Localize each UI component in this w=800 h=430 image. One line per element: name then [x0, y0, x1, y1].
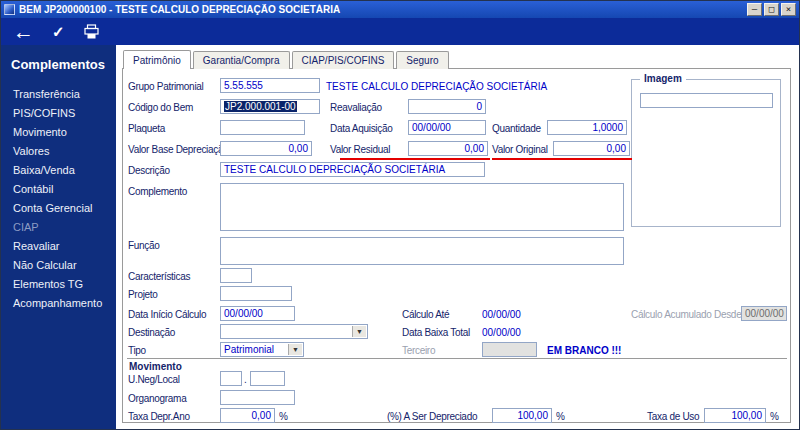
sidebar-item-baixa-venda[interactable]: Baixa/Venda: [1, 161, 116, 180]
data-inicio-calculo-label: Data Início Cálculo: [128, 309, 206, 320]
projeto-label: Projeto: [128, 289, 158, 300]
valor-original-label: Valor Original: [492, 144, 548, 155]
print-button[interactable]: [83, 24, 100, 40]
valor-residual-underline: [340, 158, 490, 160]
chevron-down-icon: ▼: [288, 344, 302, 355]
quantidade-field[interactable]: 1,0000: [547, 120, 627, 135]
imagem-label: Imagem: [640, 73, 686, 84]
data-baixa-total-label: Data Baixa Total: [402, 327, 470, 338]
caracteristicas-field[interactable]: [220, 268, 252, 283]
u-neg-field[interactable]: [220, 371, 242, 386]
back-button[interactable]: ←: [13, 21, 34, 43]
calculo-ate-label: Cálculo Até: [402, 309, 449, 320]
sidebar: Complementos Transferência PIS/COFINS Mo…: [1, 45, 116, 429]
valor-original-field[interactable]: 0,00: [553, 141, 630, 156]
sidebar-item-pis-cofins[interactable]: PIS/COFINS: [1, 104, 116, 123]
descricao-label: Descrição: [128, 165, 170, 176]
u-neg-local-separator: .: [244, 374, 246, 385]
grupo-patrimonial-field[interactable]: 5.55.555: [220, 78, 320, 93]
terceiro-note: EM BRANCO !!!: [547, 345, 621, 356]
printer-icon: [83, 24, 100, 40]
sidebar-heading: Complementos: [1, 45, 116, 72]
tipo-value: Patrimonial: [224, 344, 274, 355]
sidebar-item-valores[interactable]: Valores: [1, 142, 116, 161]
plaqueta-label: Plaqueta: [128, 123, 165, 134]
data-aquisicao-field[interactable]: 00/00/00: [408, 120, 486, 135]
taxa-depr-ano-field[interactable]: 0,00: [220, 408, 275, 423]
sidebar-item-ciap[interactable]: CIAP: [1, 218, 116, 237]
reavaliacao-field[interactable]: 0: [408, 99, 486, 114]
sidebar-item-nao-calcular[interactable]: Não Calcular: [1, 256, 116, 275]
codigo-do-bem-selected-text: JP2.000.001-00: [224, 101, 297, 112]
taxa-de-uso-label: Taxa de Uso: [647, 411, 699, 422]
sidebar-item-contabil[interactable]: Contábil: [1, 180, 116, 199]
tab-garantia-compra[interactable]: Garantia/Compra: [193, 51, 290, 69]
patrimonio-panel: Grupo Patrimonial 5.55.555 TESTE CALCULO…: [122, 68, 791, 423]
app-icon: [4, 4, 15, 15]
sidebar-item-transferencia[interactable]: Transferência: [1, 85, 116, 104]
caracteristicas-label: Características: [128, 271, 190, 282]
window-controls: – □ ×: [747, 3, 796, 16]
tab-patrimonio[interactable]: Patrimônio: [123, 50, 191, 69]
sidebar-item-acompanhamento[interactable]: Acompanhamento: [1, 294, 116, 313]
taxa-depr-ano-label: Taxa Depr.Ano: [128, 411, 190, 422]
sidebar-item-movimento[interactable]: Movimento: [1, 123, 116, 142]
sidebar-item-conta-gerencial[interactable]: Conta Gerencial: [1, 199, 116, 218]
valor-base-depreciacao-label: Valor Base Depreciação: [128, 144, 229, 155]
tab-ciap-pis-cofins[interactable]: CIAP/PIS/COFINS: [292, 51, 395, 69]
sidebar-item-reavaliar[interactable]: Reavaliar: [1, 237, 116, 256]
maximize-button[interactable]: □: [764, 3, 779, 16]
calculo-acumulado-desde-field: 00/00/00: [741, 306, 787, 321]
valor-original-underline: [492, 158, 632, 160]
terceiro-label: Terceiro: [402, 345, 435, 356]
grupo-patrimonial-description: TESTE CALCULO DEPRECIAÇÃO SOCIETÁRIA: [326, 81, 547, 92]
movimento-divider: [127, 358, 787, 359]
chevron-down-icon: ▼: [352, 326, 366, 337]
movimento-heading: Movimento: [129, 361, 182, 372]
funcao-field[interactable]: [220, 237, 624, 265]
imagem-groupbox: Imagem: [631, 79, 781, 227]
destinacao-label: Destinação: [128, 327, 175, 338]
complemento-field[interactable]: [220, 183, 624, 231]
taxa-depr-ano-unit: %: [279, 411, 288, 422]
close-button[interactable]: ×: [781, 3, 796, 16]
tipo-dropdown[interactable]: Patrimonial ▼: [220, 342, 304, 357]
calculo-acumulado-desde-label: Cálculo Acumulado Desde: [631, 309, 741, 320]
valor-residual-field[interactable]: 0,00: [408, 141, 488, 156]
a-ser-depreciado-unit: %: [556, 411, 565, 422]
organograma-field[interactable]: [220, 390, 295, 405]
plaqueta-field[interactable]: [220, 120, 305, 135]
a-ser-depreciado-label: (%) A Ser Depreciado: [387, 411, 477, 422]
codigo-do-bem-field[interactable]: JP2.000.001-00: [220, 99, 320, 114]
titlebar: BEM JP200000100 - TESTE CALCULO DEPRECIA…: [1, 1, 799, 18]
taxa-de-uso-unit: %: [770, 411, 779, 422]
data-inicio-calculo-field[interactable]: 00/00/00: [220, 306, 295, 321]
a-ser-depreciado-field[interactable]: 100,00: [492, 408, 552, 423]
calculo-ate-value: 00/00/00: [482, 309, 521, 320]
taxa-de-uso-field[interactable]: 100,00: [704, 408, 766, 423]
terceiro-field: [482, 342, 537, 357]
tipo-label: Tipo: [128, 345, 146, 356]
codigo-do-bem-label: Código do Bem: [128, 102, 193, 113]
local-field[interactable]: [250, 371, 285, 386]
destinacao-dropdown[interactable]: ▼: [220, 324, 368, 339]
tab-seguro[interactable]: Seguro: [396, 51, 448, 69]
main-content: Patrimônio Garantia/Compra CIAP/PIS/COFI…: [116, 45, 799, 429]
quantidade-label: Quantidade: [492, 123, 541, 134]
data-baixa-total-value: 00/00/00: [482, 327, 521, 338]
minimize-button[interactable]: –: [747, 3, 762, 16]
data-aquisicao-label: Data Aquisição: [330, 123, 393, 134]
organograma-label: Organograma: [128, 393, 186, 404]
toolbar: ← ✓: [1, 18, 799, 45]
complemento-label: Complemento: [128, 186, 187, 197]
valor-base-depreciacao-field[interactable]: 0,00: [220, 141, 312, 156]
descricao-field[interactable]: TESTE CALCULO DEPRECIAÇÃO SOCIETÁRIA: [220, 162, 485, 177]
grupo-patrimonial-label: Grupo Patrimonial: [128, 81, 204, 92]
imagem-field[interactable]: [640, 93, 773, 108]
sidebar-item-elementos-tg[interactable]: Elementos TG: [1, 275, 116, 294]
window-title: BEM JP200000100 - TESTE CALCULO DEPRECIA…: [19, 4, 743, 15]
projeto-field[interactable]: [220, 286, 292, 301]
funcao-label: Função: [128, 240, 160, 251]
confirm-button[interactable]: ✓: [52, 23, 65, 41]
reavaliacao-label: Reavaliação: [330, 102, 382, 113]
